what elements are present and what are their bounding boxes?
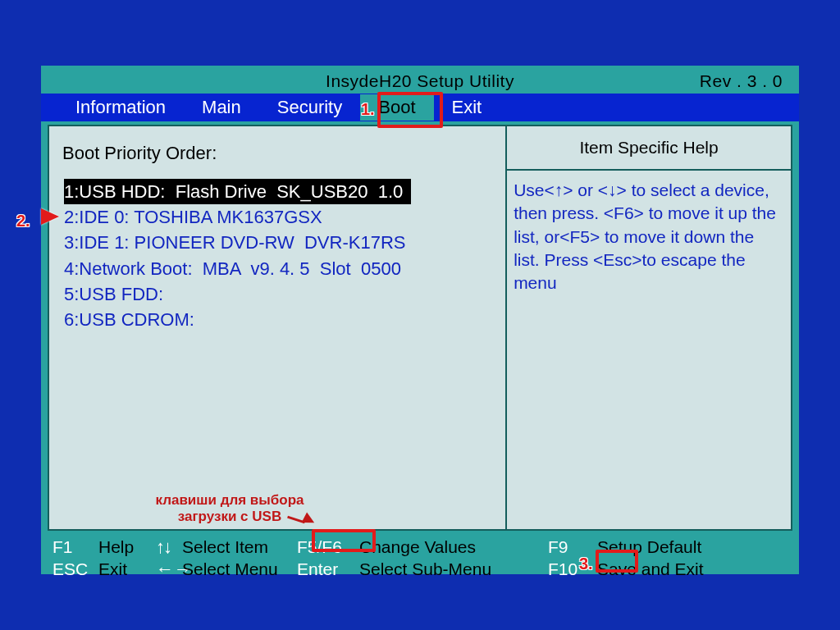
label-change-values: Change Values [359,537,548,557]
tab-main[interactable]: Main [184,94,259,121]
label-save-exit: Save and Exit [597,559,788,579]
tab-security[interactable]: Security [259,94,360,121]
boot-item-6[interactable]: 6:USB CDROM: [64,307,497,332]
section-title: Boot Priority Order: [62,143,497,164]
boot-item-5[interactable]: 5:USB FDD: [64,281,497,307]
boot-priority-pane: Boot Priority Order: 1:USB HDD: Flash Dr… [49,126,507,529]
boot-item-1[interactable]: 1:USB HDD: Flash Drive SK_USB20 1.0 [64,179,411,204]
annotation-arrow-icon [41,208,59,225]
annotation-marker-2: 2. [16,212,30,231]
tab-exit[interactable]: Exit [434,94,500,121]
boot-list[interactable]: 1:USB HDD: Flash Drive SK_USB20 1.0 2:ID… [64,179,497,332]
annotation-arrow2-icon [287,512,315,527]
boot-item-2[interactable]: 2:IDE 0: TOSHIBA MK1637GSX [64,204,497,230]
label-select-sub: Select Sub-Menu [359,559,548,579]
annotation-marker-1: 1. [361,100,375,119]
bios-revision: Rev . 3 . 0 [700,71,783,91]
key-f5f6: F5/F6 [297,537,359,557]
label-help: Help [98,537,156,557]
bios-title: InsydeH20 Setup Utility [41,71,799,91]
key-enter: Enter [297,559,359,579]
key-f9: F9 [548,537,597,557]
help-body: Use<↑> or <↓> to select a device, then p… [507,171,791,304]
boot-item-3[interactable]: 3:IDE 1: PIONEER DVD-RW DVR-K17RS [64,230,497,255]
tab-information[interactable]: Information [57,94,184,121]
arrows-leftright-icon: ←→ [156,559,182,580]
help-header: Item Specific Help [507,126,791,171]
key-f1: F1 [52,537,98,557]
tab-bar: Information Main Security Boot Exit [41,94,799,121]
help-pane: Item Specific Help Use<↑> or <↓> to sele… [507,126,791,529]
footer-bar: F1 Help ↑↓ Select Item F5/F6 Change Valu… [41,534,799,580]
content-area: Boot Priority Order: 1:USB HDD: Flash Dr… [48,125,792,531]
key-esc: ESC [52,559,98,579]
boot-item-4[interactable]: 4:Network Boot: MBA v9. 4. 5 Slot 0500 [64,256,497,281]
arrows-updown-icon: ↑↓ [156,536,182,558]
title-bar: InsydeH20 Setup Utility Rev . 3 . 0 [41,66,799,94]
label-select-menu: Select Menu [182,559,297,579]
annotation-marker-3: 3. [579,555,593,573]
label-setup-default: Setup Default [597,537,788,557]
label-exit: Exit [98,559,156,579]
label-select-item: Select Item [182,537,297,557]
